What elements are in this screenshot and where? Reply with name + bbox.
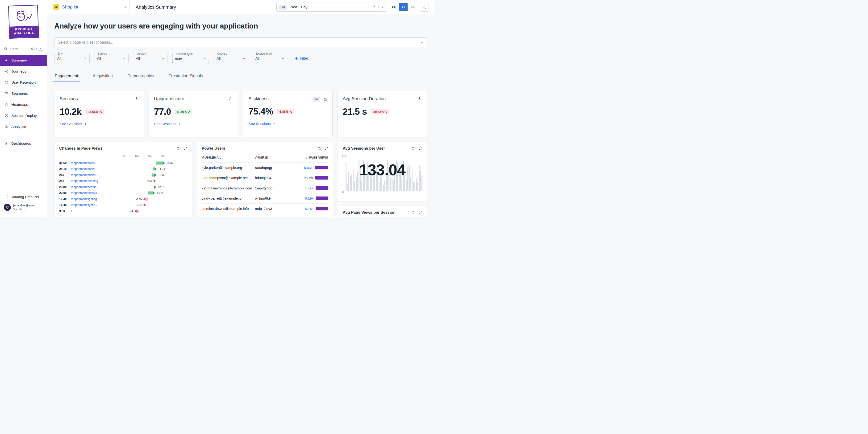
plus-separator: + <box>36 47 37 50</box>
kpi-card-avg-session-duration: Avg Session Duration 21.5 s -20.42% ↘ <box>337 91 427 137</box>
window-chip: 1w <box>312 97 320 102</box>
filter-value: All <box>255 56 259 61</box>
spark-bar <box>393 180 394 191</box>
export-icon[interactable] <box>229 97 233 101</box>
kpi-title: Stickiness <box>248 96 269 102</box>
chevron-down-icon[interactable] <box>381 6 384 9</box>
sidebar-item-journeys[interactable]: Journeys <box>0 66 47 77</box>
see-sessions-link[interactable]: See Sessions <box>248 122 327 126</box>
kpi-value: 77.0 <box>154 107 171 117</box>
export-icon[interactable] <box>134 97 138 101</box>
playback-controls <box>391 3 415 11</box>
delta-arrow-icon <box>153 179 155 182</box>
forward-button[interactable] <box>411 5 415 9</box>
delta-label: -206 <box>147 179 152 182</box>
spark-bar <box>390 178 391 191</box>
expand-icon[interactable] <box>184 146 187 150</box>
see-sessions-link[interactable]: See Sessions <box>60 122 138 126</box>
sidebar-item-label: Session Replay <box>11 113 37 118</box>
tab-engagement[interactable]: Engagement <box>54 73 79 82</box>
spark-bar <box>354 181 355 191</box>
trend-down-arrow-icon: ↘ <box>385 110 388 113</box>
page-path-link[interactable]: /department/lightin... <box>71 203 124 207</box>
page-path-link[interactable]: /department/chairs <box>71 167 124 171</box>
tab-frustration-signals[interactable]: Frustration Signals <box>168 73 204 82</box>
filter-label: Device Type <box>255 52 273 55</box>
tab-acquisition[interactable]: Acquisition <box>92 73 113 82</box>
add-filter-button[interactable]: + Filter <box>295 56 308 61</box>
see-sessions-link[interactable]: See Sessions <box>154 122 233 126</box>
chevron-right-icon <box>273 123 276 125</box>
expand-icon[interactable] <box>418 211 422 214</box>
expand-icon[interactable] <box>324 146 328 150</box>
sidebar-item-user-retention[interactable]: User Retention <box>0 77 47 88</box>
filter-service[interactable]: Service All <box>94 54 129 63</box>
page-path-link[interactable]: / <box>71 209 124 213</box>
export-icon[interactable] <box>411 211 415 214</box>
filter-device-type[interactable]: Device Type All <box>253 54 287 63</box>
page-path-link[interactable]: /department/sofas/p... <box>71 191 124 195</box>
filter-env[interactable]: Env All <box>54 54 90 63</box>
pageview-count: 16.4k <box>59 197 71 201</box>
column-header-page-views[interactable]: ↓ PAGE VIEWS <box>293 156 328 160</box>
page-path-link[interactable]: /department/lighting <box>71 197 124 201</box>
trend-badge: 11.59% ↗ <box>175 109 192 114</box>
headline: Analyze how your users are engaging with… <box>54 22 427 30</box>
export-icon[interactable] <box>317 146 321 150</box>
export-icon[interactable] <box>323 97 327 101</box>
delta-bar <box>136 209 139 212</box>
filter-session-type[interactable]: Session Type user <box>172 54 209 63</box>
filter-label: Session Type <box>175 52 194 56</box>
tab-demographics[interactable]: Demographics <box>127 73 154 82</box>
user-menu[interactable]: jane.doe@exam... Sandbox <box>0 201 47 215</box>
trend-badge: -20.42% ↘ <box>371 109 390 114</box>
service-selector[interactable]: JS Shop.ist <box>53 4 129 10</box>
pageview-row: 9.8k/-2k <box>55 208 192 214</box>
sidebar-item-analytics[interactable]: Analytics <box>0 121 47 132</box>
column-header-email[interactable]: @USR.EMAIL <box>202 156 255 159</box>
filter-country[interactable]: Country All <box>214 54 248 63</box>
pause-button[interactable] <box>399 3 408 11</box>
datadog-products-button[interactable]: Datadog Products <box>0 192 47 201</box>
sidebar-item-heatmaps[interactable]: Heatmaps <box>0 99 47 110</box>
pageview-count: 23.8k <box>59 186 71 189</box>
go-to-search[interactable]: Go to... ⌘ + K <box>0 45 47 53</box>
users-icon <box>4 92 8 95</box>
sidebar-item-dashboards[interactable]: Dashboards <box>0 138 47 149</box>
page-title: Analytics Summary <box>135 4 176 10</box>
sidebar-item-session-replay[interactable]: Session Replay <box>0 110 47 121</box>
page-select-input[interactable]: Select a page or a set of pages... <box>54 37 427 47</box>
page-path-link[interactable]: /department/chairs/... <box>71 173 124 177</box>
column-header-label: PAGE VIEWS <box>309 156 328 159</box>
time-range-picker[interactable]: 1d Past 1 Day <box>276 3 387 11</box>
panel-title: Avg Page Views per Session <box>343 210 396 215</box>
export-icon[interactable] <box>176 146 180 150</box>
flame-icon <box>4 102 8 106</box>
table-row: juan.thompson@example.nethd0nqldk46.36k <box>202 173 328 183</box>
spark-bar <box>371 177 372 191</box>
user-org: Sandbox <box>13 208 39 211</box>
pageview-row: 23.8k/department/beddin...+231 <box>55 184 192 190</box>
kpi-card-sessions: Sessions 10.2k -16.66% ↘ See Sessions <box>54 91 144 137</box>
page-path-link[interactable]: /department/sofas <box>71 161 124 165</box>
delta-plot: -578 <box>124 202 187 208</box>
rewind-button[interactable] <box>391 5 396 9</box>
zoom-out-button[interactable] <box>420 3 429 11</box>
spark-bar <box>406 180 407 191</box>
sidebar-item-summary[interactable]: Summary <box>0 55 47 66</box>
expand-icon[interactable] <box>418 146 422 150</box>
pin-icon[interactable] <box>372 5 376 9</box>
sidebar-item-label: Analytics <box>11 125 26 129</box>
search-icon <box>4 47 7 51</box>
export-icon[interactable] <box>411 146 415 150</box>
export-icon[interactable] <box>417 97 422 101</box>
pageview-row: 16.4k/department/lighting-1.9k <box>55 196 192 202</box>
changes-in-page-views-panel: Changes in Page Views 010k20k30k 30.5k/d… <box>54 142 192 217</box>
add-filter-label: Filter <box>300 56 308 61</box>
filter-version[interactable]: Version All <box>133 54 167 63</box>
column-header-id[interactable]: @USR.ID <box>255 156 293 159</box>
filter-label: Country <box>216 52 228 55</box>
sidebar-item-segments[interactable]: Segments <box>0 88 47 99</box>
page-path-link[interactable]: /department/bedding <box>71 179 124 182</box>
page-path-link[interactable]: /department/beddin... <box>71 186 124 189</box>
